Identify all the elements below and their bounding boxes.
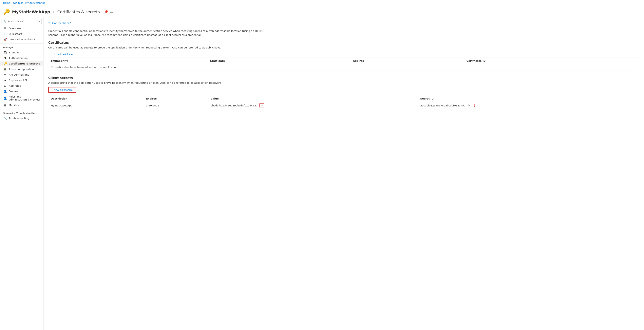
- sidebar-item-label: Manifest: [9, 104, 20, 107]
- branding-icon: 🖼: [4, 51, 7, 54]
- roles-icon: 👤: [4, 96, 7, 100]
- client-secrets-table: Description Expires Value Secret ID MySt…: [48, 96, 639, 109]
- feedback-bar[interactable]: ♡ Got feedback?: [48, 20, 639, 26]
- sidebar-item-owners[interactable]: 👤 Owners: [0, 88, 43, 94]
- upload-label: Upload certificate: [53, 53, 73, 56]
- sidebar: 🔍 « ⊞ Overview ⚡ Quickstart 🚀 Integratio…: [0, 17, 44, 330]
- sidebar-item-label: Token configuration: [9, 68, 34, 71]
- sidebar-item-roles-admins[interactable]: 👤 Roles and administrators | Preview: [0, 94, 43, 102]
- sidebar-item-api-permissions[interactable]: ↺ API permissions: [0, 72, 43, 77]
- sidebar-item-label: Branding: [9, 51, 20, 54]
- upload-icon: ↑: [50, 53, 52, 56]
- secret-id-text: abcdef0123456789abcdef012345a: [420, 104, 466, 107]
- troubleshooting-icon: 🔧: [4, 116, 7, 120]
- sidebar-item-expose-api[interactable]: ☁ Expose an API: [0, 77, 43, 83]
- sidebar-item-label: Certificates & secrets: [9, 62, 40, 65]
- sidebar-item-app-roles[interactable]: ⊞ App roles: [0, 83, 43, 88]
- sidebar-item-branding[interactable]: 🖼 Branding: [0, 50, 43, 55]
- authentication-icon: ◑: [4, 56, 7, 60]
- feedback-heart-icon: ♡: [48, 22, 51, 24]
- sidebar-item-troubleshooting[interactable]: 🔧 Troubleshooting: [0, 115, 43, 121]
- sidebar-item-label: Overview: [9, 27, 21, 30]
- secret-value-text: abcdef0123456789abcdef012345a...: [210, 104, 258, 107]
- page-header: 🔑 MyStaticWebApp | Certificates & secret…: [0, 6, 644, 17]
- intro-text: Credentials enable confidential applicat…: [48, 29, 266, 37]
- secret-col-id: Secret ID: [418, 96, 639, 102]
- support-section-label: Support + Troubleshooting: [0, 110, 43, 115]
- integration-icon: 🚀: [4, 38, 7, 41]
- main-layout: 🔍 « ⊞ Overview ⚡ Quickstart 🚀 Integratio…: [0, 17, 644, 330]
- search-box[interactable]: 🔍 «: [2, 19, 42, 24]
- plus-icon: +: [51, 88, 53, 92]
- sidebar-item-label: Roles and administrators | Preview: [9, 95, 40, 101]
- expose-icon: ☁: [4, 78, 7, 82]
- overview-icon: ⊞: [4, 27, 7, 30]
- app-name: MyStaticWebApp: [12, 10, 50, 14]
- cert-empty-text: No certificates have been added for this…: [48, 64, 639, 70]
- manifest-icon: ▦: [4, 104, 7, 107]
- sidebar-item-quickstart[interactable]: ⚡ Quickstart: [0, 31, 43, 36]
- approles-icon: ⊞: [4, 84, 7, 87]
- new-client-secret-button[interactable]: + New client secret: [48, 87, 76, 93]
- certificates-section: Certificates Certificates can be used as…: [48, 41, 639, 70]
- search-input[interactable]: [8, 20, 38, 23]
- upload-certificate-button[interactable]: ↑ Upload certificate: [48, 52, 74, 57]
- certificates-title: Certificates: [48, 41, 639, 44]
- owners-icon: 👤: [4, 90, 7, 93]
- cert-col-startdate: Start date: [208, 58, 351, 64]
- breadcrumb-home[interactable]: Home: [3, 2, 10, 4]
- new-secret-label: New client secret: [54, 88, 74, 92]
- delete-secret-button[interactable]: 🗑: [472, 104, 477, 108]
- secret-id-cell: abcdef0123456789abcdef012345a ⧉ 🗑: [418, 102, 639, 109]
- secret-col-value: Value: [208, 96, 418, 102]
- sidebar-item-token[interactable]: ▦ Token configuration: [0, 66, 43, 72]
- page-title: Certificates & secrets: [57, 10, 100, 14]
- sidebar-item-label: Quickstart: [9, 32, 22, 36]
- certificates-table: Thumbprint Start date Expires Certificat…: [48, 58, 639, 70]
- copy-value-button[interactable]: ⧉: [260, 104, 264, 108]
- collapse-sidebar-icon[interactable]: «: [38, 20, 40, 23]
- secret-value-cell: abcdef0123456789abcdef012345a... ⧉: [208, 102, 418, 109]
- secret-col-expires: Expires: [144, 96, 208, 102]
- content-area: ♡ Got feedback? Credentials enable confi…: [44, 17, 644, 330]
- sidebar-item-label: App roles: [9, 84, 21, 87]
- token-icon: ▦: [4, 68, 7, 71]
- table-row: MyStaticWebApp 3/30/2022 abcdef012345678…: [48, 102, 639, 109]
- sidebar-item-label: Owners: [9, 90, 18, 93]
- header-actions: 📌 ...: [104, 10, 113, 14]
- sidebar-item-label: Integration assistant: [9, 38, 35, 41]
- sidebar-item-overview[interactable]: ⊞ Overview: [0, 26, 43, 31]
- copy-id-button[interactable]: ⧉: [467, 104, 471, 108]
- sidebar-item-certificates[interactable]: 🔑 Certificates & secrets: [0, 61, 43, 66]
- certificates-desc: Certificates can be used as secrets to p…: [48, 46, 246, 49]
- client-secrets-section: Client secrets A secret string that the …: [48, 76, 639, 109]
- more-options-icon[interactable]: ...: [110, 10, 113, 14]
- api-icon: ↺: [4, 73, 7, 76]
- cert-col-thumbprint: Thumbprint: [48, 58, 208, 64]
- client-secrets-title: Client secrets: [48, 76, 639, 80]
- breadcrumb: Home › swa-test › MyStaticWebApp: [0, 0, 644, 6]
- sidebar-item-label: Expose an API: [9, 79, 27, 82]
- pin-icon[interactable]: 📌: [104, 10, 108, 14]
- sidebar-item-label: API permissions: [9, 73, 29, 76]
- manage-section-label: Manage: [0, 45, 43, 50]
- sidebar-item-authentication[interactable]: ◑ Authentication: [0, 55, 43, 61]
- feedback-text: Got feedback?: [52, 22, 71, 24]
- sidebar-item-label: Troubleshooting: [9, 117, 29, 120]
- cert-col-expires: Expires: [351, 58, 464, 64]
- certificates-icon: 🔑: [4, 62, 7, 65]
- sidebar-item-integration[interactable]: 🚀 Integration assistant: [0, 36, 43, 42]
- key-icon: 🔑: [3, 8, 10, 15]
- table-row: No certificates have been added for this…: [48, 64, 639, 70]
- cert-col-id: Certificate ID: [464, 58, 639, 64]
- quickstart-icon: ⚡: [4, 32, 7, 36]
- client-secrets-desc: A secret string that the application use…: [48, 81, 246, 84]
- secret-col-description: Description: [48, 96, 144, 102]
- search-icon: 🔍: [3, 20, 6, 23]
- secret-expires: 3/30/2022: [144, 102, 208, 109]
- sidebar-item-manifest[interactable]: ▦ Manifest: [0, 102, 43, 108]
- breadcrumb-swa-test[interactable]: swa-test: [13, 2, 23, 4]
- certificates-table-section: Thumbprint Start date Expires Certificat…: [48, 58, 639, 70]
- secret-description: MyStaticWebApp: [48, 102, 144, 109]
- breadcrumb-app[interactable]: MyStaticWebApp: [25, 2, 45, 4]
